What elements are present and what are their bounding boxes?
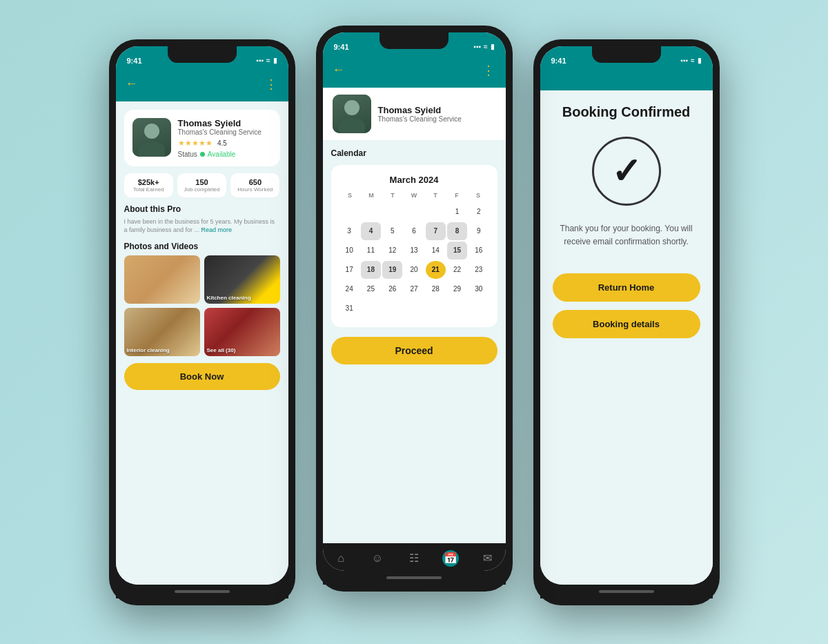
battery-icon-2: ▮: [491, 43, 495, 50]
phone1-content: Thomas Syield Thomas's Cleaning Service …: [116, 101, 288, 585]
cal-day-21[interactable]: 21: [426, 261, 446, 279]
bottom-nav: ⌂ ☺ ☷ 📅 ✉: [323, 543, 506, 571]
notch-1: [168, 46, 237, 63]
battery-icon-3: ▮: [698, 57, 702, 64]
phone2-header: ← ⋮: [323, 59, 506, 88]
read-more-link[interactable]: Read more: [201, 226, 233, 233]
cal-day-14[interactable]: 14: [426, 242, 446, 260]
stat-val-2: 650: [235, 178, 275, 186]
cal-day-20[interactable]: 20: [404, 261, 424, 279]
cal-day-7[interactable]: 7: [426, 222, 446, 240]
booking-details-button[interactable]: Booking details: [553, 310, 700, 338]
cal-day-19[interactable]: 19: [382, 261, 402, 279]
phone3-header: [540, 72, 713, 90]
pro-card: Thomas Syield Thomas's Cleaning Service …: [124, 110, 280, 166]
cal-day-26[interactable]: 26: [382, 280, 402, 298]
stat-label-2: Hours Worked: [235, 186, 275, 193]
cal-day-15[interactable]: 15: [447, 242, 467, 260]
nav-grid[interactable]: ☷: [406, 550, 422, 567]
notch-3: [592, 46, 661, 63]
cal-day-13[interactable]: 13: [404, 242, 424, 260]
cal-day-3[interactable]: 3: [339, 222, 359, 240]
pro-service-1: Thomas's Cleaning Service: [178, 128, 272, 136]
cal-day-9[interactable]: 9: [469, 222, 489, 240]
photo-label-3: See all (30): [207, 347, 236, 353]
cal-day-23[interactable]: 23: [469, 261, 489, 279]
cal-day-31[interactable]: 31: [339, 300, 359, 318]
stars-1: ★★★★★: [178, 139, 213, 147]
cal-day-22[interactable]: 22: [447, 261, 467, 279]
stat-label-0: Total Earned: [128, 186, 169, 193]
nav-bell[interactable]: ✉: [479, 550, 495, 567]
cal-day-24[interactable]: 24: [339, 280, 359, 298]
book-now-button[interactable]: Book Now: [124, 363, 280, 390]
calendar-card: March 2024 S M T W T F S 1: [331, 165, 497, 327]
cal-day-16[interactable]: 16: [469, 242, 489, 260]
cal-day-4[interactable]: 4: [361, 222, 381, 240]
battery-icon: ▮: [273, 57, 277, 64]
more-options-1[interactable]: ⋮: [265, 77, 279, 92]
cal-empty: [382, 203, 402, 221]
cal-day-28[interactable]: 28: [426, 280, 446, 298]
phone2-pro-row: Thomas Syield Thomas's Cleaning Service: [323, 88, 506, 140]
photo-label-1: Kitchen cleaning: [207, 295, 251, 301]
status-dot-1: [200, 152, 205, 157]
check-mark-icon: ✓: [611, 153, 642, 189]
wifi-icon: ≈: [266, 57, 270, 64]
stat-jobs: 150 Job completed: [177, 173, 226, 197]
booking-confirmed-title: Booking Confirmed: [562, 104, 691, 120]
more-options-2[interactable]: ⋮: [482, 63, 496, 78]
stat-earned: $25k+ Total Earned: [124, 173, 173, 197]
home-indicator-3: [540, 585, 713, 598]
stats-row: $25k+ Total Earned 150 Job completed 650…: [124, 173, 280, 197]
status-label-1: Status: [178, 150, 197, 158]
day-t2: T: [425, 192, 446, 199]
cal-day-12[interactable]: 12: [382, 242, 402, 260]
stat-val-0: $25k+: [128, 178, 169, 186]
nav-person[interactable]: ☺: [369, 550, 386, 567]
cal-empty: [404, 203, 424, 221]
cal-grid: 1 2 3 4 5 6 7 8 9 10 11 12 13 14 15: [339, 203, 489, 318]
cal-day-30[interactable]: 30: [469, 280, 489, 298]
phone1-header: ← ⋮: [116, 72, 288, 101]
home-indicator-2: [323, 571, 506, 585]
photo-2[interactable]: Interior cleaning: [124, 308, 200, 356]
cal-header: S M T W T F S: [339, 192, 489, 199]
nav-calendar[interactable]: 📅: [442, 550, 459, 567]
rating-1: 4.5: [217, 139, 227, 147]
cal-day-5[interactable]: 5: [382, 222, 402, 240]
cal-day-29[interactable]: 29: [447, 280, 467, 298]
cal-day-11[interactable]: 11: [361, 242, 381, 260]
proceed-button[interactable]: Proceed: [331, 337, 497, 364]
day-s2: S: [468, 192, 489, 199]
cal-day-17[interactable]: 17: [339, 261, 359, 279]
confirm-text: Thank you for your booking. You will rec…: [553, 222, 700, 248]
cal-empty: [426, 203, 446, 221]
day-m: M: [361, 192, 382, 199]
pro-name-2: Thomas Syield: [378, 105, 462, 115]
photos-title: Photos and Videos: [124, 242, 280, 251]
cal-day-10[interactable]: 10: [339, 242, 359, 260]
cal-day-8[interactable]: 8: [447, 222, 467, 240]
cal-day-18[interactable]: 18: [361, 261, 381, 279]
photo-label-2: Interior cleaning: [127, 347, 170, 353]
cal-day-2[interactable]: 2: [469, 203, 489, 221]
cal-day-6[interactable]: 6: [404, 222, 424, 240]
photo-1[interactable]: Kitchen cleaning: [204, 255, 280, 304]
stat-val-1: 150: [181, 178, 222, 186]
nav-home[interactable]: ⌂: [333, 550, 349, 567]
cal-day-27[interactable]: 27: [404, 280, 424, 298]
photos-grid: Kitchen cleaning Interior cleaning See a…: [124, 255, 280, 356]
check-circle: ✓: [592, 137, 661, 206]
cal-day-25[interactable]: 25: [361, 280, 381, 298]
stat-hours: 650 Hours Worked: [230, 173, 279, 197]
cal-day-1[interactable]: 1: [447, 203, 467, 221]
back-arrow-1[interactable]: ←: [126, 77, 138, 91]
photo-0[interactable]: [124, 255, 200, 304]
day-w: W: [404, 192, 425, 199]
day-f: F: [446, 192, 468, 199]
return-home-button[interactable]: Return Home: [553, 273, 700, 302]
photo-3[interactable]: See all (30): [204, 308, 280, 356]
back-arrow-2[interactable]: ←: [333, 63, 345, 77]
phone-1: 9:41 ▪▪▪ ≈ ▮ ← ⋮ Thomas Syield Thomas's …: [109, 39, 295, 605]
